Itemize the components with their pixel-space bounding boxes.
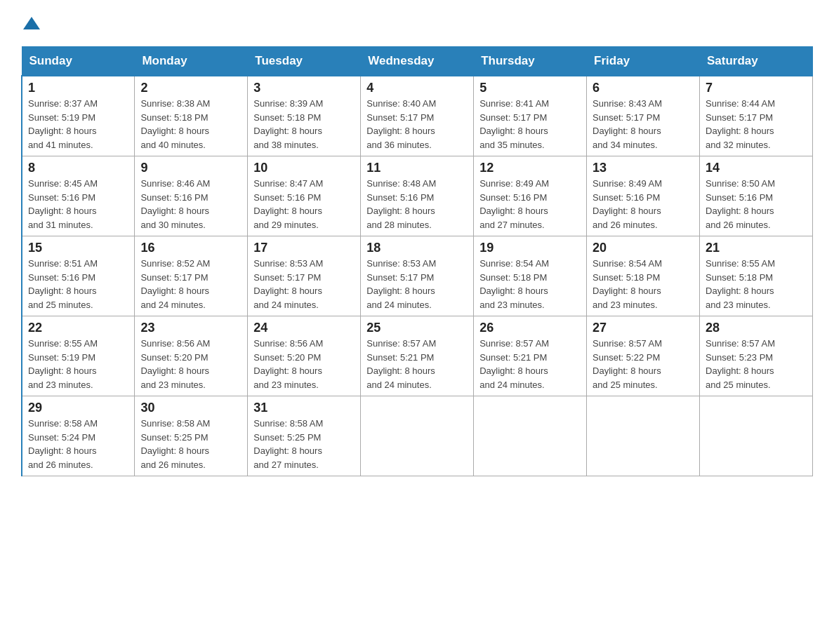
calendar-cell: 10Sunrise: 8:47 AMSunset: 5:16 PMDayligh… bbox=[248, 156, 361, 236]
header-row: SundayMondayTuesdayWednesdayThursdayFrid… bbox=[22, 47, 813, 76]
header-cell-wednesday: Wednesday bbox=[361, 47, 474, 76]
calendar-cell: 18Sunrise: 8:53 AMSunset: 5:17 PMDayligh… bbox=[361, 236, 474, 316]
calendar-cell: 1Sunrise: 8:37 AMSunset: 5:19 PMDaylight… bbox=[22, 76, 135, 156]
calendar-cell: 14Sunrise: 8:50 AMSunset: 5:16 PMDayligh… bbox=[700, 156, 813, 236]
calendar-cell: 23Sunrise: 8:56 AMSunset: 5:20 PMDayligh… bbox=[135, 316, 248, 396]
calendar-cell: 22Sunrise: 8:55 AMSunset: 5:19 PMDayligh… bbox=[22, 316, 135, 396]
calendar-cell: 17Sunrise: 8:53 AMSunset: 5:17 PMDayligh… bbox=[248, 236, 361, 316]
week-row-4: 22Sunrise: 8:55 AMSunset: 5:19 PMDayligh… bbox=[22, 316, 813, 396]
calendar-header: SundayMondayTuesdayWednesdayThursdayFrid… bbox=[22, 47, 813, 76]
day-info: Sunrise: 8:57 AMSunset: 5:23 PMDaylight:… bbox=[706, 337, 807, 391]
calendar-cell: 24Sunrise: 8:56 AMSunset: 5:20 PMDayligh… bbox=[248, 316, 361, 396]
calendar-table: SundayMondayTuesdayWednesdayThursdayFrid… bbox=[21, 46, 813, 476]
day-number: 26 bbox=[479, 321, 581, 335]
day-number: 25 bbox=[366, 321, 468, 335]
day-info: Sunrise: 8:48 AMSunset: 5:16 PMDaylight:… bbox=[366, 177, 468, 232]
day-number: 12 bbox=[479, 161, 581, 175]
calendar-cell: 25Sunrise: 8:57 AMSunset: 5:21 PMDayligh… bbox=[361, 316, 474, 396]
day-number: 11 bbox=[366, 161, 468, 175]
day-number: 31 bbox=[253, 401, 355, 415]
day-number: 14 bbox=[706, 161, 807, 175]
day-info: Sunrise: 8:57 AMSunset: 5:21 PMDaylight:… bbox=[479, 337, 581, 391]
day-number: 16 bbox=[140, 241, 241, 255]
calendar-cell: 31Sunrise: 8:58 AMSunset: 5:25 PMDayligh… bbox=[248, 396, 361, 476]
calendar-cell: 12Sunrise: 8:49 AMSunset: 5:16 PMDayligh… bbox=[474, 156, 587, 236]
day-number: 9 bbox=[140, 161, 241, 175]
calendar-cell: 2Sunrise: 8:38 AMSunset: 5:18 PMDaylight… bbox=[135, 76, 248, 156]
day-info: Sunrise: 8:58 AMSunset: 5:25 PMDaylight:… bbox=[140, 417, 241, 471]
day-number: 20 bbox=[593, 241, 694, 255]
week-row-3: 15Sunrise: 8:51 AMSunset: 5:16 PMDayligh… bbox=[22, 236, 813, 316]
week-row-1: 1Sunrise: 8:37 AMSunset: 5:19 PMDaylight… bbox=[22, 76, 813, 156]
logo-arrow-icon bbox=[22, 14, 41, 34]
day-info: Sunrise: 8:49 AMSunset: 5:16 PMDaylight:… bbox=[479, 177, 581, 232]
day-number: 23 bbox=[140, 321, 241, 335]
day-number: 8 bbox=[28, 161, 128, 175]
day-info: Sunrise: 8:54 AMSunset: 5:18 PMDaylight:… bbox=[479, 257, 581, 311]
day-info: Sunrise: 8:53 AMSunset: 5:17 PMDaylight:… bbox=[253, 257, 355, 311]
day-info: Sunrise: 8:49 AMSunset: 5:16 PMDaylight:… bbox=[593, 177, 694, 232]
day-number: 6 bbox=[593, 81, 694, 95]
calendar-cell: 21Sunrise: 8:55 AMSunset: 5:18 PMDayligh… bbox=[700, 236, 813, 316]
page-header bbox=[21, 14, 813, 32]
day-number: 30 bbox=[140, 401, 241, 415]
day-info: Sunrise: 8:38 AMSunset: 5:18 PMDaylight:… bbox=[140, 97, 241, 152]
calendar-cell: 3Sunrise: 8:39 AMSunset: 5:18 PMDaylight… bbox=[248, 76, 361, 156]
day-info: Sunrise: 8:47 AMSunset: 5:16 PMDaylight:… bbox=[253, 177, 355, 232]
logo bbox=[21, 14, 42, 32]
day-info: Sunrise: 8:57 AMSunset: 5:21 PMDaylight:… bbox=[366, 337, 468, 391]
day-info: Sunrise: 8:55 AMSunset: 5:18 PMDaylight:… bbox=[706, 257, 807, 311]
calendar-cell bbox=[587, 396, 700, 476]
calendar-cell: 30Sunrise: 8:58 AMSunset: 5:25 PMDayligh… bbox=[135, 396, 248, 476]
day-info: Sunrise: 8:44 AMSunset: 5:17 PMDaylight:… bbox=[706, 97, 807, 152]
calendar-cell bbox=[361, 396, 474, 476]
day-info: Sunrise: 8:55 AMSunset: 5:19 PMDaylight:… bbox=[28, 337, 128, 391]
week-row-2: 8Sunrise: 8:45 AMSunset: 5:16 PMDaylight… bbox=[22, 156, 813, 236]
calendar-cell: 9Sunrise: 8:46 AMSunset: 5:16 PMDaylight… bbox=[135, 156, 248, 236]
day-info: Sunrise: 8:46 AMSunset: 5:16 PMDaylight:… bbox=[140, 177, 241, 232]
day-info: Sunrise: 8:54 AMSunset: 5:18 PMDaylight:… bbox=[593, 257, 694, 311]
day-number: 18 bbox=[366, 241, 468, 255]
calendar-cell: 8Sunrise: 8:45 AMSunset: 5:16 PMDaylight… bbox=[22, 156, 135, 236]
calendar-cell: 15Sunrise: 8:51 AMSunset: 5:16 PMDayligh… bbox=[22, 236, 135, 316]
calendar-cell: 29Sunrise: 8:58 AMSunset: 5:24 PMDayligh… bbox=[22, 396, 135, 476]
day-info: Sunrise: 8:58 AMSunset: 5:24 PMDaylight:… bbox=[28, 417, 128, 471]
calendar-cell: 19Sunrise: 8:54 AMSunset: 5:18 PMDayligh… bbox=[474, 236, 587, 316]
calendar-cell: 5Sunrise: 8:41 AMSunset: 5:17 PMDaylight… bbox=[474, 76, 587, 156]
day-number: 4 bbox=[366, 81, 468, 95]
day-info: Sunrise: 8:58 AMSunset: 5:25 PMDaylight:… bbox=[253, 417, 355, 471]
day-number: 17 bbox=[253, 241, 355, 255]
day-number: 15 bbox=[28, 241, 128, 255]
day-number: 10 bbox=[253, 161, 355, 175]
day-info: Sunrise: 8:52 AMSunset: 5:17 PMDaylight:… bbox=[140, 257, 241, 311]
day-number: 1 bbox=[28, 81, 128, 95]
day-info: Sunrise: 8:56 AMSunset: 5:20 PMDaylight:… bbox=[253, 337, 355, 391]
header-cell-friday: Friday bbox=[587, 47, 700, 76]
day-number: 5 bbox=[479, 81, 581, 95]
calendar-cell: 11Sunrise: 8:48 AMSunset: 5:16 PMDayligh… bbox=[361, 156, 474, 236]
day-info: Sunrise: 8:40 AMSunset: 5:17 PMDaylight:… bbox=[366, 97, 468, 152]
day-number: 22 bbox=[28, 321, 128, 335]
calendar-cell: 4Sunrise: 8:40 AMSunset: 5:17 PMDaylight… bbox=[361, 76, 474, 156]
calendar-cell: 27Sunrise: 8:57 AMSunset: 5:22 PMDayligh… bbox=[587, 316, 700, 396]
day-info: Sunrise: 8:53 AMSunset: 5:17 PMDaylight:… bbox=[366, 257, 468, 311]
day-number: 27 bbox=[593, 321, 694, 335]
calendar-cell: 13Sunrise: 8:49 AMSunset: 5:16 PMDayligh… bbox=[587, 156, 700, 236]
day-info: Sunrise: 8:37 AMSunset: 5:19 PMDaylight:… bbox=[28, 97, 128, 152]
header-cell-sunday: Sunday bbox=[22, 47, 135, 76]
day-number: 3 bbox=[253, 81, 355, 95]
header-cell-monday: Monday bbox=[135, 47, 248, 76]
calendar-cell bbox=[700, 396, 813, 476]
header-cell-saturday: Saturday bbox=[700, 47, 813, 76]
day-info: Sunrise: 8:43 AMSunset: 5:17 PMDaylight:… bbox=[593, 97, 694, 152]
day-info: Sunrise: 8:45 AMSunset: 5:16 PMDaylight:… bbox=[28, 177, 128, 232]
day-info: Sunrise: 8:50 AMSunset: 5:16 PMDaylight:… bbox=[706, 177, 807, 232]
day-info: Sunrise: 8:56 AMSunset: 5:20 PMDaylight:… bbox=[140, 337, 241, 391]
calendar-cell: 20Sunrise: 8:54 AMSunset: 5:18 PMDayligh… bbox=[587, 236, 700, 316]
calendar-cell: 28Sunrise: 8:57 AMSunset: 5:23 PMDayligh… bbox=[700, 316, 813, 396]
day-number: 13 bbox=[593, 161, 694, 175]
day-info: Sunrise: 8:41 AMSunset: 5:17 PMDaylight:… bbox=[479, 97, 581, 152]
week-row-5: 29Sunrise: 8:58 AMSunset: 5:24 PMDayligh… bbox=[22, 396, 813, 476]
day-info: Sunrise: 8:39 AMSunset: 5:18 PMDaylight:… bbox=[253, 97, 355, 152]
day-number: 19 bbox=[479, 241, 581, 255]
